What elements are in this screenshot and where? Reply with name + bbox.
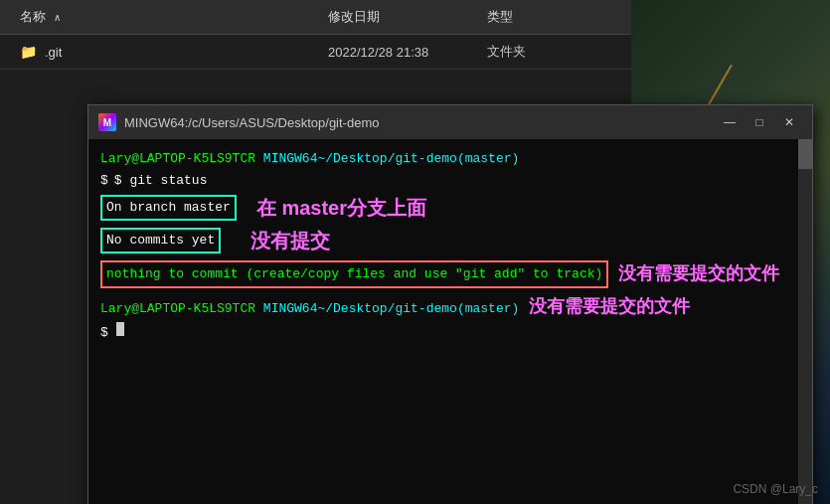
prompt-dollar-line: $: [100, 322, 800, 343]
col-header-date: 修改日期: [318, 4, 477, 30]
shell-name-1: MINGW64: [263, 149, 318, 169]
mingw-icon: M: [98, 113, 116, 131]
branch-label-2: (master): [457, 299, 519, 319]
git-status-cmd: $ git status: [114, 171, 208, 191]
scrollbar[interactable]: [798, 139, 812, 504]
file-name-git: 📁 .git: [0, 44, 318, 60]
cursor: [116, 322, 124, 336]
nocommit-highlight: No commits yet: [100, 228, 221, 253]
minimize-button[interactable]: —: [717, 112, 743, 132]
annotation-nothing: 没有需要提交的文件: [618, 260, 779, 287]
terminal-body: Lary@LAPTOP-K5LS9TCR MINGW64 ~/Desktop/g…: [88, 139, 812, 504]
col-header-type: 类型: [477, 4, 596, 30]
annotation-nothing-right: 没有需要提交的文件: [529, 293, 690, 320]
cmd-line: $ $ git status: [100, 171, 800, 191]
dollar-sign: $: [100, 171, 108, 191]
shell-name-2: MINGW64: [263, 299, 318, 319]
titlebar-title: MINGW64:/c/Users/ASUS/Desktop/git-demo: [124, 115, 379, 130]
nothing-highlight: nothing to commit (create/copy files and…: [100, 260, 608, 288]
close-button[interactable]: ✕: [776, 112, 802, 132]
user-host-2: Lary@LAPTOP-K5LS9TCR: [100, 299, 255, 319]
user-host-1: Lary@LAPTOP-K5LS9TCR: [100, 149, 255, 169]
prompt-line-2: Lary@LAPTOP-K5LS9TCR MINGW64 ~/Desktop/g…: [100, 293, 800, 320]
dollar-sign-2: $: [100, 323, 108, 343]
path-2: ~/Desktop/git-demo: [317, 299, 456, 319]
maximize-button[interactable]: □: [747, 112, 772, 132]
explorer-header: 名称 ∧ 修改日期 类型: [0, 0, 636, 35]
prompt-line-1: Lary@LAPTOP-K5LS9TCR MINGW64 ~/Desktop/g…: [100, 149, 800, 169]
annotation-nocommit: 没有提交: [250, 226, 330, 255]
nothing-line-row: nothing to commit (create/copy files and…: [100, 260, 800, 288]
prompt-space: [255, 149, 263, 169]
col-header-name: 名称 ∧: [0, 4, 318, 30]
terminal-window: M MINGW64:/c/Users/ASUS/Desktop/git-demo…: [87, 104, 813, 504]
path-1: ~/Desktop/git-demo: [317, 149, 456, 169]
annotation-branch: 在 master分支上面: [256, 193, 426, 223]
file-row-git[interactable]: 📁 .git 2022/12/28 21:38 文件夹: [0, 35, 636, 70]
file-date-git: 2022/12/28 21:38: [318, 45, 477, 60]
terminal-titlebar: M MINGW64:/c/Users/ASUS/Desktop/git-demo…: [88, 105, 812, 139]
branch-highlight: On branch master: [100, 195, 237, 221]
file-type-git: 文件夹: [477, 43, 596, 61]
branch-line-row: On branch master 在 master分支上面: [100, 193, 800, 223]
folder-icon: 📁: [20, 44, 37, 60]
branch-label-1: (master): [457, 149, 519, 169]
sort-arrow: ∧: [54, 12, 61, 23]
csdn-watermark: CSDN @Lary_c: [733, 482, 818, 496]
titlebar-controls: — □ ✕: [717, 112, 802, 132]
scrollbar-thumb: [798, 139, 812, 169]
titlebar-left: M MINGW64:/c/Users/ASUS/Desktop/git-demo: [98, 113, 379, 131]
nocommit-line-row: No commits yet 没有提交: [100, 226, 800, 255]
